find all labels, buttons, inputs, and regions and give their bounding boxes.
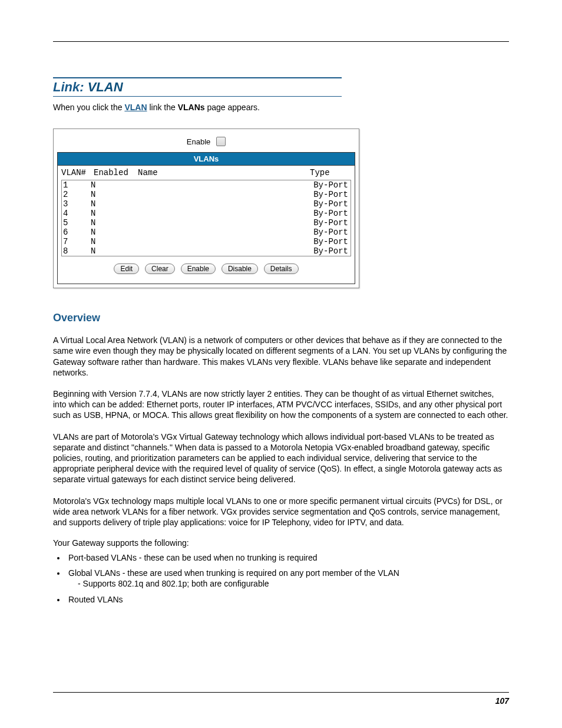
clear-button[interactable]: Clear	[145, 263, 175, 274]
cell-name	[135, 180, 307, 190]
bullet-list: Port-based VLANs - these can be used whe…	[66, 552, 509, 605]
list-item: Global VLANs - these are used when trunk…	[66, 568, 509, 589]
intro-bold: VLANs	[178, 103, 205, 112]
supports-line: Your Gateway supports the following:	[53, 538, 509, 548]
col-header-name: Name	[138, 168, 310, 177]
overview-title: Overview	[53, 312, 509, 324]
intro-pre: When you click the	[53, 103, 124, 112]
bottom-rule	[53, 692, 509, 693]
cell-num: 1	[63, 180, 91, 190]
enable-button[interactable]: Enable	[181, 263, 216, 274]
enable-checkbox[interactable]	[216, 137, 226, 146]
table-row[interactable]: 7 N By-Port	[62, 237, 351, 246]
cell-num: 7	[63, 237, 91, 246]
cell-enabled: N	[91, 228, 135, 237]
vlan-link[interactable]: VLAN	[124, 103, 147, 112]
intro-mid: link the	[147, 103, 178, 112]
details-button[interactable]: Details	[264, 263, 299, 274]
cell-enabled: N	[91, 199, 135, 209]
table-row[interactable]: 4 N By-Port	[62, 209, 351, 218]
disable-button[interactable]: Disable	[222, 263, 258, 274]
vlan-list[interactable]: 1 N By-Port 2 N By-Port 3 N	[61, 180, 351, 256]
cell-type: By-Port	[307, 209, 349, 218]
cell-enabled: N	[91, 180, 135, 190]
vlans-panel: Enable VLANs VLAN# Enabled Name Type 1 N…	[53, 129, 359, 288]
panel-header: VLANs	[58, 153, 355, 166]
intro-line: When you click the VLAN link the VLANs p…	[53, 103, 509, 112]
enable-label: Enable	[187, 137, 210, 146]
cell-type: By-Port	[307, 237, 349, 246]
bullet-1: Port-based VLANs - these can be used whe…	[68, 553, 318, 562]
cell-type: By-Port	[307, 180, 349, 190]
overview-p1: A Virtual Local Area Network (VLAN) is a…	[53, 335, 509, 378]
cell-name	[135, 218, 307, 228]
table-row[interactable]: 3 N By-Port	[62, 199, 351, 209]
overview-p2: Beginning with Version 7.7.4, VLANs are …	[53, 388, 509, 421]
column-headers: VLAN# Enabled Name Type	[58, 166, 355, 179]
bullet-2: Global VLANs - these are used when trunk…	[68, 568, 399, 578]
cell-num: 5	[63, 218, 91, 228]
cell-enabled: N	[91, 209, 135, 218]
button-row: Edit Clear Enable Disable Details	[58, 259, 355, 284]
bullet-3: Routed VLANs	[68, 595, 123, 604]
list-item: Routed VLANs	[66, 594, 509, 605]
overview-p3: VLANs are part of Motorola's VGx Virtual…	[53, 431, 509, 485]
cell-type: By-Port	[307, 190, 349, 199]
page-number: 107	[495, 696, 509, 706]
table-row[interactable]: 2 N By-Port	[62, 190, 351, 199]
col-header-type: Type	[310, 168, 351, 177]
cell-enabled: N	[91, 237, 135, 246]
list-item: Port-based VLANs - these can be used whe…	[66, 552, 509, 563]
cell-num: 4	[63, 209, 91, 218]
cell-type: By-Port	[307, 228, 349, 237]
cell-name	[135, 228, 307, 237]
cell-type: By-Port	[307, 199, 349, 209]
cell-type: By-Port	[307, 218, 349, 228]
title-link-text: VLAN	[88, 80, 123, 94]
table-row[interactable]: 5 N By-Port	[62, 218, 351, 228]
cell-num: 3	[63, 199, 91, 209]
cell-num: 6	[63, 228, 91, 237]
table-row[interactable]: 1 N By-Port	[62, 180, 351, 190]
section-title: Link: VLAN	[53, 77, 342, 97]
table-row[interactable]: 6 N By-Port	[62, 228, 351, 237]
cell-num: 2	[63, 190, 91, 199]
cell-enabled: N	[91, 218, 135, 228]
cell-type: By-Port	[307, 246, 349, 256]
title-prefix: Link:	[53, 80, 88, 94]
col-header-num: VLAN#	[61, 168, 94, 177]
cell-name	[135, 190, 307, 199]
cell-name	[135, 246, 307, 256]
edit-button[interactable]: Edit	[114, 263, 139, 274]
cell-name	[135, 237, 307, 246]
cell-name	[135, 209, 307, 218]
top-rule	[53, 41, 509, 42]
intro-post: page appears.	[205, 103, 260, 112]
bullet-2-sub: - Supports 802.1q and 802.1p; both are c…	[68, 578, 509, 589]
cell-name	[135, 199, 307, 209]
panel-inner: VLANs VLAN# Enabled Name Type 1 N By-Por…	[57, 152, 355, 284]
table-row[interactable]: 8 N By-Port	[62, 246, 351, 256]
panel-top: Enable	[54, 129, 359, 152]
cell-enabled: N	[91, 246, 135, 256]
cell-enabled: N	[91, 190, 135, 199]
col-header-enabled: Enabled	[94, 168, 138, 177]
cell-num: 8	[63, 246, 91, 256]
overview-p4: Motorola's VGx technology maps multiple …	[53, 496, 509, 528]
